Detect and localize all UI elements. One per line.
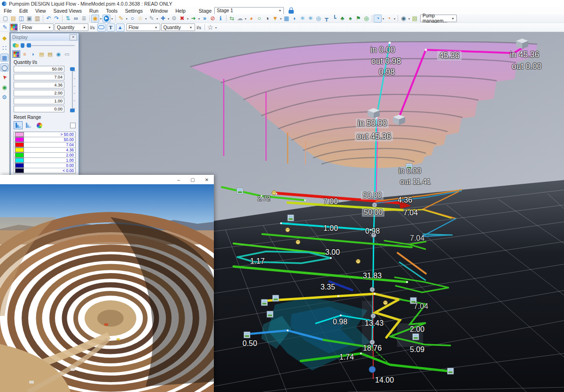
slider-handle-top[interactable]: [70, 67, 75, 71]
flow-combo-1[interactable]: Flow ▼: [20, 24, 54, 31]
dropdown-caret[interactable]: ▾: [244, 17, 247, 20]
slider-handle-bottom[interactable]: [70, 109, 75, 112]
legend-row[interactable]: 4.36: [14, 148, 75, 153]
node-shape-button[interactable]: [97, 24, 106, 31]
quantity-combo-1[interactable]: Quantity ▼: [55, 24, 88, 31]
globe-icon[interactable]: ◉: [0, 83, 8, 91]
open-folder-icon[interactable]: ▤: [9, 15, 17, 23]
report-list-icon[interactable]: ▤: [411, 15, 419, 23]
pump-drop-icon[interactable]: ◗: [290, 15, 298, 23]
dropdown-caret[interactable]: ▾: [144, 17, 148, 20]
info-icon[interactable]: ℹ: [217, 15, 225, 23]
faucet-icon[interactable]: ┳: [322, 15, 330, 23]
layers-list-icon[interactable]: ≣: [80, 15, 88, 23]
settings-gear-icon[interactable]: ⚙: [0, 93, 8, 101]
ring-select-icon[interactable]: ◯: [0, 63, 8, 71]
tab-screen[interactable]: ▭: [63, 50, 71, 58]
flag-marker-icon[interactable]: ⚑: [354, 15, 362, 23]
wrench-icon[interactable]: ⚙: [170, 15, 178, 23]
quantity-combo-2[interactable]: Quantity ▼: [161, 24, 195, 31]
move-icon[interactable]: ✚: [159, 15, 167, 23]
display-panel-titlebar[interactable]: Display ✕: [11, 33, 78, 41]
plant-icon[interactable]: ♣: [338, 15, 346, 23]
dropdown-caret[interactable]: ▾: [125, 17, 128, 20]
range-field-1[interactable]: 50.00: [14, 66, 64, 72]
saved-view-star-icon[interactable]: ☆: [206, 24, 214, 31]
new-file-icon[interactable]: ▢: [1, 15, 9, 23]
drop-icon[interactable]: [21, 43, 24, 48]
range-chart-button-2[interactable]: [24, 121, 33, 130]
paste-icon[interactable]: ▥: [33, 15, 41, 23]
tab-globe[interactable]: ◉: [55, 50, 63, 58]
legend-row[interactable]: 1.00: [14, 158, 75, 163]
menu-edit[interactable]: Edit: [16, 7, 31, 14]
legend-row[interactable]: 50.00: [14, 137, 75, 142]
simulate-key-icon[interactable]: ◉: [91, 15, 99, 23]
colour-wheel-button[interactable]: [34, 121, 44, 130]
undo-icon[interactable]: ↶: [45, 15, 53, 23]
fan-icon[interactable]: ◎: [314, 15, 322, 23]
tab-layer-2[interactable]: ▤: [46, 50, 54, 58]
pump-management-combo[interactable]: Pump managem... ▼: [420, 15, 457, 22]
range-field-2[interactable]: 7.04: [14, 74, 64, 80]
contrast-icon[interactable]: ◑: [263, 15, 271, 23]
water-tank-icon[interactable]: ▦: [282, 15, 290, 23]
menu-view[interactable]: View: [31, 7, 50, 14]
legend-row[interactable]: < 0.00: [14, 168, 75, 173]
time-chart-blue-icon[interactable]: ◔: [374, 15, 382, 23]
colour-palette-button[interactable]: [9, 24, 18, 31]
legend-row[interactable]: > 50.00: [14, 132, 75, 137]
menu-saved-views[interactable]: Saved Views: [50, 7, 86, 14]
redo-icon[interactable]: ↷: [53, 15, 61, 23]
dropdown-caret[interactable]: ▾: [407, 17, 411, 20]
save-icon[interactable]: ◫: [17, 15, 25, 23]
dropdown-caret[interactable]: ▾: [99, 17, 102, 20]
menu-window[interactable]: Window: [147, 7, 172, 14]
sprinkler-icon[interactable]: ✳: [298, 15, 306, 23]
pipe-elbow-icon[interactable]: ┗: [330, 15, 338, 23]
menu-settings[interactable]: Settings: [121, 7, 147, 14]
menu-file[interactable]: File: [0, 7, 16, 14]
cloud-icon[interactable]: ☁: [236, 15, 244, 23]
tab-liquid[interactable]: ◗: [29, 50, 37, 58]
range-chart-button-1[interactable]: [14, 121, 23, 129]
delete-icon[interactable]: ✖: [178, 15, 186, 23]
close-icon[interactable]: ✕: [200, 175, 214, 184]
menu-help[interactable]: Help: [172, 7, 189, 14]
menu-run[interactable]: Run: [86, 7, 102, 14]
forest-icon[interactable]: ♠: [346, 15, 354, 23]
find-icon[interactable]: ∞: [72, 15, 80, 23]
legend-checkbox[interactable]: [70, 123, 76, 128]
play-icon[interactable]: ▶: [102, 15, 110, 23]
dropdown-caret[interactable]: ▾: [186, 17, 189, 20]
dropdown-caret[interactable]: ▾: [156, 17, 159, 20]
dropdown-caret[interactable]: ▾: [110, 17, 114, 20]
no-entry-icon[interactable]: ⊘: [209, 15, 217, 23]
range-field-4[interactable]: 2.00: [14, 90, 64, 96]
swap-icon[interactable]: ⇆: [228, 15, 236, 23]
scatter-nodes-icon[interactable]: ∷: [0, 44, 8, 52]
monitor-cam-icon[interactable]: ◎: [362, 15, 370, 23]
minimize-icon[interactable]: –: [172, 175, 186, 184]
zoom-fit-icon[interactable]: ○: [255, 15, 263, 23]
photo-window-titlebar[interactable]: – ▢ ✕: [0, 175, 214, 184]
tab-colour-ranges[interactable]: [12, 50, 20, 58]
dropdown-caret[interactable]: ▾: [197, 17, 201, 20]
range-field-6[interactable]: 0.00: [14, 106, 64, 112]
range-vertical-slider[interactable]: [70, 67, 75, 112]
edit-pencil-icon[interactable]: ✎: [148, 15, 156, 23]
time-chart-orange-icon[interactable]: ◔: [385, 15, 393, 23]
spray-icon[interactable]: ✳: [306, 15, 314, 23]
data-table-icon[interactable]: ▦: [0, 54, 8, 62]
close-icon[interactable]: ✕: [70, 34, 77, 40]
dropdown-caret[interactable]: ▾: [167, 17, 170, 20]
filter-funnel-icon[interactable]: ▼: [271, 15, 279, 23]
dropdown-caret[interactable]: ▾: [393, 17, 396, 20]
solids-cube-icon[interactable]: ◆: [0, 34, 8, 42]
pointer-icon[interactable]: ➤: [0, 71, 10, 83]
step-forward-icon[interactable]: ➜: [189, 15, 197, 23]
range-field-5[interactable]: 1.00: [14, 98, 64, 104]
title-bar[interactable]: Pumpsim DESIGN Liquid Flow - MineModel.p…: [0, 0, 564, 7]
zoom-view-icon[interactable]: ○: [128, 15, 136, 23]
legend-row[interactable]: 0.00: [14, 163, 75, 168]
